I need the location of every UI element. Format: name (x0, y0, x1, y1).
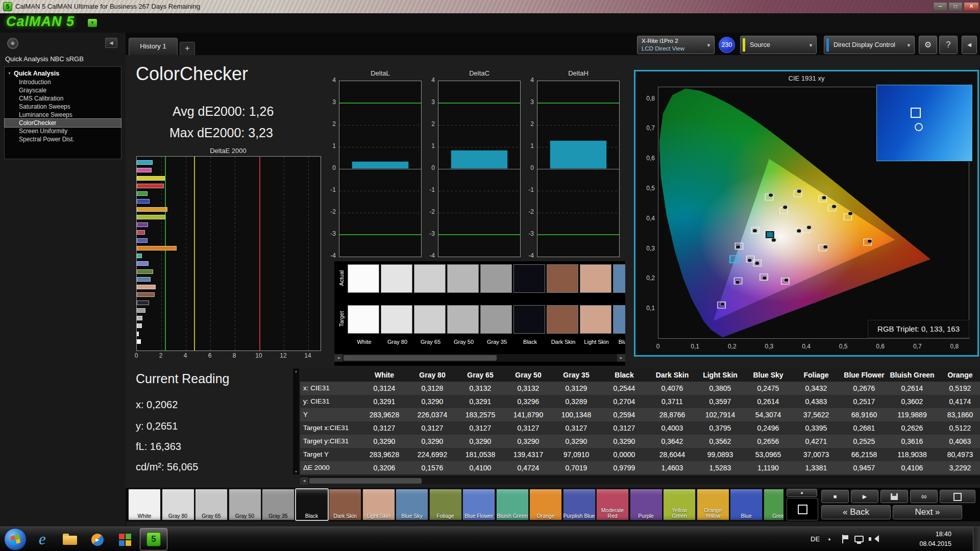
table-cell: 0,3132 (456, 382, 504, 395)
swatch-scrollbar[interactable]: ◄ ► (334, 354, 625, 362)
scroll-right-button[interactable]: ► (617, 354, 625, 362)
patch-button-gray-35[interactable]: Gray 35 (262, 489, 295, 520)
table-cell: 0,3616 (888, 435, 936, 448)
sidebar-item-introduction[interactable]: Introduction (5, 78, 121, 86)
sidebar-item-screen-uniformity[interactable]: Screen Uniformity (5, 127, 121, 135)
pattern-window-button[interactable] (787, 498, 818, 520)
scrollbar-thumb[interactable] (309, 478, 422, 484)
patch-button-label: Black (296, 513, 328, 519)
back-button[interactable]: « Back (821, 505, 891, 519)
scroll-left-button[interactable]: ◄ (334, 354, 342, 362)
show-desktop-button[interactable] (973, 527, 980, 551)
close-button[interactable]: × (964, 2, 979, 11)
scroll-left-button[interactable]: ◄ (300, 477, 308, 485)
sidebar-collapse-button[interactable]: ◀ (105, 38, 117, 48)
patch-button-foliage[interactable]: Foliage (429, 489, 462, 520)
stop-button[interactable]: ■ (821, 490, 849, 503)
table-cell: 0,3597 (696, 395, 744, 408)
taskbar-clock[interactable]: 18:40 08.04.2015 (896, 530, 951, 549)
test-pattern-button[interactable] (940, 490, 975, 503)
patch-button-moderate-red[interactable]: Moderate Red (596, 489, 629, 520)
windows-explorer-icon[interactable] (57, 530, 83, 549)
scroll-up-icon[interactable]: ▲ (293, 369, 299, 373)
sidebar-item-cms-calibration[interactable]: CMS Calibration (5, 94, 121, 103)
scrollbar-thumb[interactable] (344, 355, 497, 361)
patch-button-gray-50[interactable]: Gray 50 (229, 489, 261, 520)
display-tray-icon[interactable] (854, 536, 864, 542)
continuous-measure-button[interactable]: ∞ (910, 490, 938, 503)
patch-button-blue[interactable]: Blue (730, 489, 763, 520)
patch-button-blue-flower[interactable]: Blue Flower (462, 489, 495, 520)
windows-flag-icon (11, 534, 21, 546)
sidebar-item-luminance-sweeps[interactable]: Luminance Sweeps (5, 111, 121, 119)
cie-active-patch-marker (766, 232, 774, 238)
sidebar-item-spectral-power-dist-[interactable]: Spectral Power Dist. (5, 135, 121, 143)
action-center-flag-icon[interactable] (841, 535, 849, 544)
patch-button-purple[interactable]: Purple (630, 489, 663, 520)
patch-button-black[interactable]: Black (296, 489, 328, 520)
patch-button-blue-sky[interactable]: Blue Sky (396, 489, 428, 520)
patch-button-dark-skin[interactable]: Dark Skin (329, 489, 361, 520)
next-button[interactable]: Next » (893, 505, 962, 519)
patch-button-yellow-green[interactable]: Yellow Green (663, 489, 696, 520)
workflow-target-button[interactable] (7, 38, 18, 49)
language-indicator[interactable]: DE (811, 527, 820, 551)
image-app-icon[interactable] (112, 530, 138, 549)
table-cell: 0,3290 (600, 435, 648, 448)
help-button[interactable]: ? (939, 36, 958, 54)
maximize-button[interactable]: □ (948, 2, 963, 11)
cie-1931-panel[interactable]: CIE 1931 xy (634, 70, 979, 357)
start-button[interactable] (4, 528, 27, 550)
cie-measured-yellow (822, 196, 826, 199)
source-dropdown[interactable]: Source ▼ (740, 36, 817, 54)
row-label: Y (300, 408, 360, 421)
internet-explorer-icon[interactable]: e (30, 530, 55, 549)
collapse-panel-button[interactable]: ▲ (787, 489, 817, 497)
media-player-icon[interactable]: ▶ (85, 530, 110, 549)
swatch-gray-80 (381, 264, 412, 293)
tab-history-1[interactable]: History 1 (129, 38, 178, 55)
patch-button-orange-yellow[interactable]: Orange Yellow (697, 489, 729, 520)
patch-button-white[interactable]: White (128, 489, 161, 520)
table-corner-cell (300, 368, 360, 382)
minimize-button[interactable]: – (933, 2, 947, 11)
tree-root-quick-analysis[interactable]: ▼Quick Analysis (5, 69, 121, 78)
tab-add-button[interactable]: + (180, 42, 195, 55)
gridline (339, 125, 421, 126)
logo-dropdown-button[interactable]: ▼ (88, 19, 97, 27)
table-cell: 0,4003 (648, 421, 696, 435)
table-horizontal-scrollbar[interactable]: ◄ (300, 477, 980, 484)
patch-button-gray-65[interactable]: Gray 65 (195, 489, 228, 520)
patch-button-label: Blue Flower (463, 513, 495, 519)
reading-fl: fL: 16,363 (136, 441, 181, 453)
scroll-down-icon[interactable]: ▼ (293, 470, 299, 473)
volume-tray-icon[interactable] (869, 535, 877, 543)
toolbar-collapse-button[interactable]: ◀ (962, 36, 977, 54)
sidebar-item-grayscale[interactable]: Grayscale (5, 86, 121, 94)
collapse-left-icon: ◀ (110, 40, 113, 45)
back-label: Back (850, 507, 869, 517)
play-button[interactable]: ▶ (851, 490, 878, 503)
meter-count-badge[interactable]: 230 (719, 37, 735, 53)
display-control-label: Direct Display Control (834, 41, 895, 48)
table-vertical-scrollbar[interactable]: ▲ ▼ (293, 368, 299, 474)
axis-tick-label: 12 (276, 352, 290, 359)
display-control-dropdown[interactable]: Direct Display Control ▼ (824, 36, 915, 54)
patch-button-light-skin[interactable]: Light Skin (362, 489, 395, 520)
table-cell: 0,7019 (552, 461, 600, 474)
swatch-label-gray-80: Gray 80 (381, 339, 414, 345)
patch-button-purplish-blue[interactable]: Purplish Blue (563, 489, 596, 520)
sidebar-item-saturation-sweeps[interactable]: Saturation Sweeps (5, 103, 121, 111)
calman-taskbar-button[interactable]: 5 (140, 528, 167, 550)
meter-dropdown[interactable]: X-Rite i1Pro 2 LCD Direct View ▼ (637, 36, 715, 54)
patch-button-bluish-green[interactable]: Bluish Green (496, 489, 529, 520)
tray-expand-button[interactable]: ▲ (826, 536, 833, 543)
sidebar-item-colorchecker[interactable]: ColorChecker (5, 119, 121, 127)
patch-button-gray-80[interactable]: Gray 80 (162, 489, 194, 520)
scroll-right-icon: ► (619, 356, 623, 360)
save-button[interactable] (880, 490, 908, 503)
settings-button[interactable]: ⚙ (919, 36, 937, 54)
tree-root-label: Quick Analysis (14, 70, 59, 77)
patch-button-orange[interactable]: Orange (529, 489, 562, 520)
gridline (339, 191, 421, 191)
